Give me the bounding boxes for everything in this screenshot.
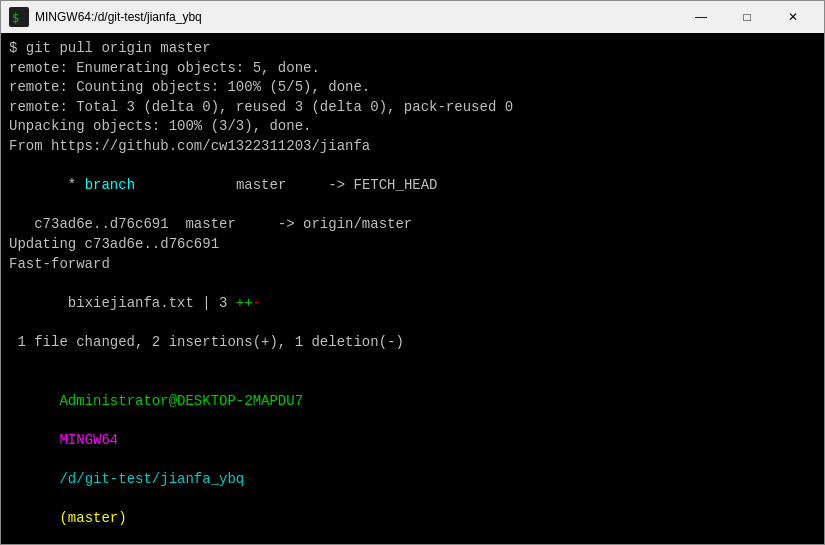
titlebar: $ MINGW64:/d/git-test/jianfa_ybq — □ ✕: [1, 1, 824, 33]
terminal-line: bixiejianfa.txt | 3 ++-: [9, 274, 816, 333]
terminal-line: remote: Enumerating objects: 5, done.: [9, 59, 816, 79]
close-button[interactable]: ✕: [770, 1, 816, 33]
terminal-line: remote: Total 3 (delta 0), reused 3 (del…: [9, 98, 816, 118]
terminal-line: c73ad6e..d76c691 master -> origin/master: [9, 215, 816, 235]
terminal-body[interactable]: $ git pull origin master remote: Enumera…: [1, 33, 824, 544]
terminal-line: $ git pull origin master: [9, 39, 816, 59]
window-title: MINGW64:/d/git-test/jianfa_ybq: [35, 10, 678, 24]
prompt-line: Administrator@DESKTOP-2MAPDU7 MINGW64 /d…: [9, 372, 816, 544]
svg-text:$: $: [12, 11, 19, 25]
app-icon: $: [9, 7, 29, 27]
terminal-line: Fast-forward: [9, 255, 816, 275]
terminal-line: From https://github.com/cw1322311203/jia…: [9, 137, 816, 157]
maximize-button[interactable]: □: [724, 1, 770, 33]
window-controls: — □ ✕: [678, 1, 816, 33]
terminal-line: Unpacking objects: 100% (3/3), done.: [9, 117, 816, 137]
terminal-window: $ MINGW64:/d/git-test/jianfa_ybq — □ ✕ $…: [0, 0, 825, 545]
terminal-line: 1 file changed, 2 insertions(+), 1 delet…: [9, 333, 816, 353]
terminal-line: * branch master -> FETCH_HEAD: [9, 157, 816, 216]
minimize-button[interactable]: —: [678, 1, 724, 33]
terminal-line: remote: Counting objects: 100% (5/5), do…: [9, 78, 816, 98]
terminal-line: [9, 353, 816, 373]
terminal-line: Updating c73ad6e..d76c691: [9, 235, 816, 255]
